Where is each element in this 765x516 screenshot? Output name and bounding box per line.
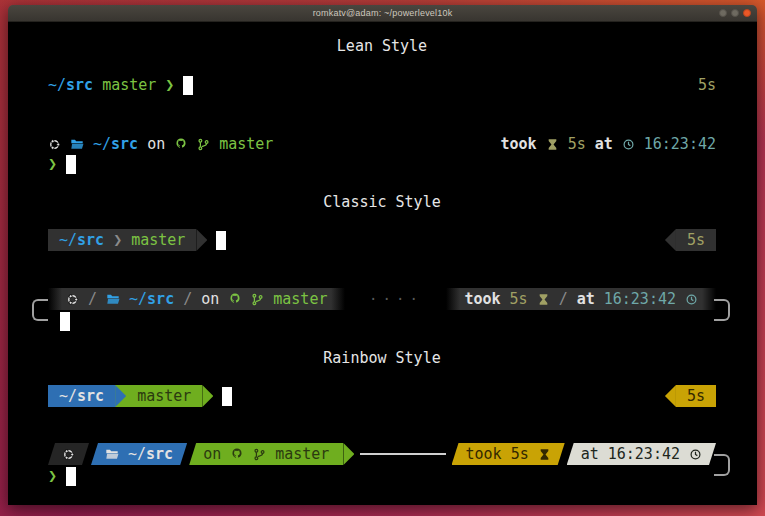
rainbow-duration-segment: took 5s bbox=[452, 443, 565, 465]
rainbow-prompt-2-line-1: ~/src on master took 5s at bbox=[48, 443, 716, 465]
classic-style-heading: Classic Style bbox=[48, 193, 716, 213]
rainbow-time-segment: at 16:23:42 bbox=[567, 443, 716, 465]
clock-icon bbox=[622, 138, 635, 151]
at-label: at bbox=[577, 290, 595, 308]
powerline-arrow bbox=[196, 229, 207, 251]
current-path: ~/src bbox=[59, 231, 104, 249]
close-button[interactable] bbox=[743, 9, 751, 17]
duration-label: 5s bbox=[511, 445, 529, 463]
git-branch-icon bbox=[197, 138, 210, 151]
duration-label: 5s bbox=[687, 231, 705, 249]
time-label: 16:23:42 bbox=[608, 445, 680, 463]
cursor-block bbox=[66, 155, 76, 174]
hourglass-icon bbox=[546, 138, 559, 151]
on-label: on bbox=[203, 445, 221, 463]
prompt-char: ❯ bbox=[48, 467, 57, 485]
took-label: took bbox=[464, 290, 500, 308]
powerline-arrow bbox=[343, 443, 354, 465]
hourglass-icon bbox=[538, 448, 551, 461]
lean-style-heading: Lean Style bbox=[48, 37, 716, 57]
git-branch-icon bbox=[253, 448, 266, 461]
maximize-button[interactable] bbox=[731, 9, 739, 17]
classic-left-segment: ~/src ❯ master bbox=[48, 229, 196, 251]
prompt-frame-right bbox=[714, 299, 730, 321]
hourglass-icon bbox=[537, 293, 550, 306]
git-branch-icon bbox=[251, 293, 264, 306]
git-branch-label: master bbox=[137, 387, 191, 405]
classic-prompt-2-line-1: / ~/src / on master ···· took 5s bbox=[48, 288, 716, 310]
current-path: ~/src bbox=[48, 76, 93, 94]
thin-separator: ❯ bbox=[113, 231, 122, 249]
path-name: src bbox=[66, 76, 93, 94]
current-path: ~/src bbox=[59, 387, 104, 405]
on-label: on bbox=[147, 135, 165, 153]
segment-fade bbox=[48, 288, 62, 310]
duration-label: 5s bbox=[510, 290, 528, 308]
cursor-block bbox=[183, 76, 193, 95]
path-prefix: ~/ bbox=[59, 231, 77, 249]
prompt-frame-right bbox=[714, 454, 730, 476]
rainbow-style-heading: Rainbow Style bbox=[48, 349, 716, 369]
path-name: src bbox=[146, 445, 173, 463]
git-branch-label: master bbox=[131, 231, 185, 249]
os-icon bbox=[62, 448, 75, 461]
rainbow-duration-segment: 5s bbox=[676, 385, 716, 407]
lean-prompt-1: ~/src master ❯ 5s bbox=[48, 74, 716, 96]
duration-label: 5s bbox=[568, 135, 586, 153]
duration-label: 5s bbox=[698, 76, 716, 94]
os-segment bbox=[48, 443, 89, 465]
path-prefix: ~/ bbox=[93, 135, 111, 153]
took-label: took bbox=[501, 135, 537, 153]
github-icon bbox=[174, 137, 188, 151]
window-controls bbox=[719, 9, 751, 17]
powerline-arrow-left bbox=[665, 385, 676, 407]
path-prefix: ~/ bbox=[48, 76, 66, 94]
current-path: ~/src bbox=[129, 290, 174, 308]
thin-separator: / bbox=[183, 290, 192, 308]
powerline-arrow-left bbox=[665, 229, 676, 251]
rainbow-path-segment: ~/src bbox=[48, 385, 115, 407]
duration-label: 5s bbox=[687, 387, 705, 405]
path-name: src bbox=[77, 387, 104, 405]
classic-right-segment: 5s bbox=[676, 229, 716, 251]
gap-connector-line bbox=[360, 453, 445, 455]
path-name: src bbox=[147, 290, 174, 308]
powerline-arrow bbox=[115, 385, 126, 407]
github-icon bbox=[230, 447, 244, 461]
terminal-screen[interactable]: Lean Style ~/src master ❯ 5s ~/src on ma… bbox=[8, 22, 757, 505]
rainbow-path-segment: ~/src bbox=[91, 443, 187, 465]
clock-icon bbox=[685, 293, 698, 306]
titlebar[interactable]: romkatv@adam: ~/powerlevel10k bbox=[8, 5, 757, 22]
thin-separator: / bbox=[88, 290, 97, 308]
path-name: src bbox=[77, 231, 104, 249]
path-prefix: ~/ bbox=[129, 290, 147, 308]
powerline-arrow bbox=[202, 385, 213, 407]
current-path: ~/src bbox=[93, 135, 138, 153]
window-title: romkatv@adam: ~/powerlevel10k bbox=[313, 8, 453, 18]
on-label: on bbox=[201, 290, 219, 308]
current-path: ~/src bbox=[128, 445, 173, 463]
github-icon bbox=[228, 292, 242, 306]
at-label: at bbox=[595, 135, 613, 153]
classic-prompt-2-line-2 bbox=[48, 310, 716, 332]
clock-icon bbox=[689, 448, 702, 461]
classic-prompt-1: ~/src ❯ master 5s bbox=[48, 229, 716, 251]
os-icon bbox=[48, 138, 61, 151]
prompt-char: ❯ bbox=[165, 76, 174, 94]
rainbow-git-segment: master bbox=[126, 385, 202, 407]
prompt-frame-left bbox=[32, 299, 48, 321]
gap-dots: ···· bbox=[369, 291, 423, 307]
git-branch-label: master bbox=[275, 445, 329, 463]
path-prefix: ~/ bbox=[59, 387, 77, 405]
rainbow-prompt-2-line-2: ❯ bbox=[48, 465, 716, 487]
path-name: src bbox=[111, 135, 138, 153]
lean-prompt-2-line-2: ❯ bbox=[48, 153, 716, 175]
rainbow-git-segment: on master bbox=[189, 443, 343, 465]
minimize-button[interactable] bbox=[719, 9, 727, 17]
at-label: at bbox=[581, 445, 599, 463]
folder-icon bbox=[105, 447, 119, 461]
classic-bar-right: took 5s / at 16:23:42 bbox=[446, 288, 716, 310]
folder-icon bbox=[70, 137, 84, 151]
thin-separator: / bbox=[559, 290, 568, 308]
classic-bar-left: / ~/src / on master bbox=[48, 288, 345, 310]
